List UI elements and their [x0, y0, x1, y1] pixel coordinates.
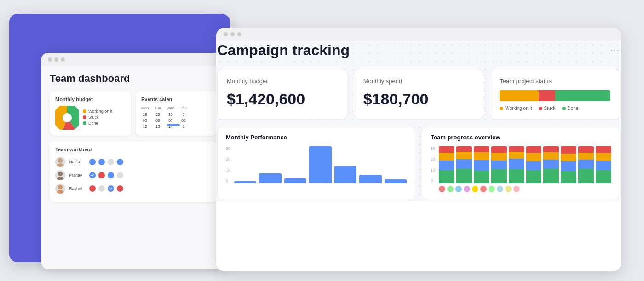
bar-6	[359, 175, 381, 183]
stacked-bar-6	[526, 146, 542, 183]
budget-pie-chart	[55, 106, 79, 130]
cam-dot-2	[230, 32, 235, 36]
progress-bars-container	[439, 146, 611, 192]
team-progress-title: Team progress overview	[431, 134, 611, 141]
campaign-titlebar	[216, 28, 621, 41]
team-workload-title: Team workload	[55, 147, 212, 152]
events-calendar-mini-card: Events calen MonTueWedThu 28 29 30 0 05 …	[136, 91, 217, 136]
workload-row-pranav: Pranav	[55, 170, 212, 180]
progress-avatar-1	[439, 186, 445, 192]
monthly-spend-stat-card: Monthly spend $180,700	[354, 69, 484, 120]
workload-row-rachel: Rachel	[55, 184, 212, 194]
bar-4	[309, 146, 331, 183]
monthly-spend-label: Monthly spend	[363, 78, 474, 85]
stacked-bar-2	[456, 146, 472, 183]
monthly-performance-card: Monthly Performance 30 20 10 0	[217, 126, 415, 200]
task-dots-rachel	[89, 185, 212, 192]
window-titlebar	[41, 53, 225, 66]
campaign-title: Campaign tracking	[217, 42, 350, 59]
task-dots-pranav	[89, 172, 212, 178]
more-options-icon[interactable]: ···	[610, 46, 620, 55]
progress-avatar-7	[489, 186, 495, 192]
cam-dot-1	[224, 32, 228, 36]
campaign-content-area: Campaign tracking ··· Monthly budget $1,…	[216, 41, 621, 201]
name-pranav: Pranav	[69, 173, 86, 178]
performance-y-axis: 30 20 10 0	[226, 146, 230, 183]
monthly-budget-mini-card: Monthly budget Working on it Stuck Done	[50, 91, 131, 136]
campaign-tracking-card: Campaign tracking ··· Monthly budget $1,…	[216, 28, 621, 271]
monthly-performance-chart: 30 20 10 0	[226, 146, 407, 183]
calendar-grid: MonTueWedThu 28 29 30 0 05 06 07 08	[141, 106, 212, 129]
team-dashboard-title: Team dashboard	[50, 73, 217, 85]
stacked-bar-7	[543, 146, 559, 183]
team-workload-card: Team workload Nadia	[50, 141, 217, 202]
project-status-legend: Working on it Stuck Done	[500, 106, 610, 111]
status-stuck-segment	[539, 90, 555, 101]
stacked-bar-9	[578, 146, 594, 183]
stats-grid: Monthly budget $1,420,600 Monthly spend …	[217, 69, 620, 120]
progress-avatar-2	[447, 186, 454, 192]
bar-5	[334, 166, 356, 183]
progress-avatar-10	[513, 186, 520, 192]
avatar-rachel	[55, 184, 65, 194]
stacked-bar-4	[491, 146, 507, 183]
stacked-bar-3	[474, 146, 489, 183]
events-calendar-title: Events calen	[141, 97, 212, 102]
status-working-segment	[500, 90, 538, 101]
dot-green	[61, 57, 65, 62]
progress-avatar-9	[505, 186, 512, 192]
campaign-header: Campaign tracking ···	[217, 42, 620, 59]
name-nadia: Nadia	[69, 160, 86, 164]
dot-red	[48, 57, 52, 62]
team-progress-chart: 30 20 10 0	[431, 146, 611, 192]
bar-2	[259, 173, 281, 183]
svg-point-3	[58, 158, 63, 163]
bar-1	[234, 181, 256, 183]
bar-7	[385, 179, 407, 183]
workload-row-nadia: Nadia	[55, 157, 212, 167]
svg-point-4	[57, 163, 64, 167]
progress-avatar-3	[455, 186, 462, 192]
monthly-budget-stat-card: Monthly budget $1,420,600	[217, 69, 347, 120]
progress-avatar-row	[439, 186, 611, 192]
project-status-bar	[500, 90, 610, 101]
stacked-bar-1	[439, 146, 454, 183]
team-progress-card: Team progress overview 30 20 10 0	[422, 126, 620, 200]
bar-3	[284, 178, 306, 183]
progress-avatar-5	[472, 186, 478, 192]
stacked-bar-5	[509, 146, 524, 183]
performance-bars	[234, 146, 407, 183]
name-rachel: Rachel	[69, 186, 86, 191]
stacked-bar-10	[596, 146, 611, 183]
task-dots-nadia	[89, 159, 212, 165]
team-project-status-label: Team project status	[500, 78, 610, 85]
charts-grid: Monthly Performance 30 20 10 0	[217, 126, 620, 200]
progress-avatar-6	[480, 186, 487, 192]
svg-point-7	[58, 185, 63, 189]
team-dashboard-card: Team dashboard Monthly budget Working on…	[41, 53, 225, 269]
avatar-pranav	[55, 170, 65, 180]
budget-legend: Working on it Stuck Done	[83, 109, 112, 127]
svg-point-5	[58, 172, 63, 176]
svg-point-6	[57, 177, 64, 180]
progress-y-axis: 30 20 10 0	[431, 146, 435, 183]
svg-point-8	[57, 190, 64, 194]
project-status-bar-container: Working on it Stuck Done	[500, 90, 610, 111]
monthly-spend-value: $180,700	[363, 90, 474, 108]
avatar-nadia	[55, 157, 65, 167]
monthly-budget-value: $1,420,600	[227, 90, 338, 108]
stacked-bar-8	[561, 146, 576, 183]
monthly-budget-label: Monthly budget	[227, 78, 338, 85]
cam-dot-3	[237, 32, 242, 36]
progress-avatar-8	[497, 186, 503, 192]
progress-stacked-bars	[439, 146, 611, 183]
team-project-status-card: Team project status Working on it Stuck …	[490, 69, 620, 120]
dot-yellow	[54, 57, 58, 62]
status-done-segment	[555, 90, 610, 101]
monthly-budget-mini-title: Monthly budget	[55, 97, 126, 102]
monthly-performance-title: Monthly Performance	[226, 134, 407, 141]
progress-avatar-4	[464, 186, 470, 192]
